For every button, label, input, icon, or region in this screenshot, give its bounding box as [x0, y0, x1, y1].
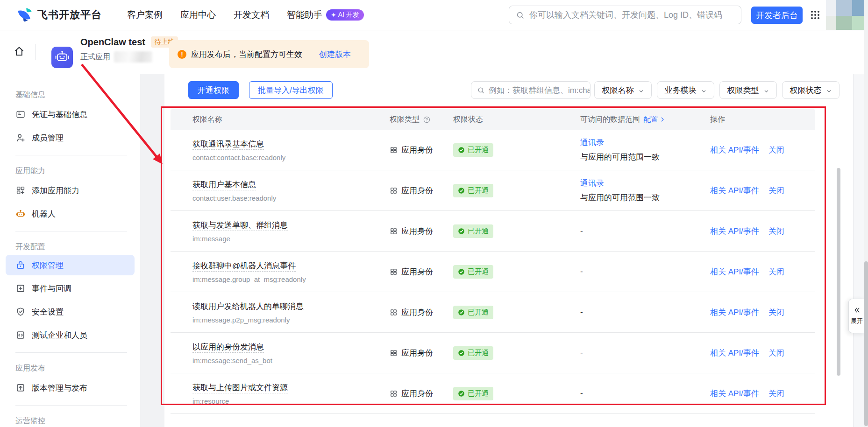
sidebar-group-title: 应用发布: [15, 364, 135, 372]
nav-item-1[interactable]: 客户案例: [127, 9, 163, 21]
permission-name: 接收群聊中@机器人消息事件: [192, 260, 390, 271]
filter-dropdown-1[interactable]: 权限名称: [594, 81, 652, 99]
sidebar-item-member-add[interactable]: 成员管理: [15, 126, 135, 149]
sidebar-item-robot[interactable]: 机器人: [15, 202, 135, 225]
table-scrollbar-thumb[interactable]: [837, 168, 840, 376]
filter-dropdown-3[interactable]: 权限类型: [719, 81, 777, 99]
sidebar-item-lock[interactable]: 权限管理: [6, 255, 135, 275]
sidebar-item-label: 添加应用能力: [32, 185, 79, 196]
permission-search-input[interactable]: 例如：获取群组信息、im:cha...: [471, 81, 591, 99]
permission-name-cell: 接收群聊中@机器人消息事件im:message.group_at_msg:rea…: [192, 260, 390, 283]
sidebar-item-grid-add[interactable]: 添加应用能力: [15, 179, 135, 202]
create-version-link[interactable]: 创建版本: [319, 49, 351, 60]
filter-dropdown-4[interactable]: 权限状态: [782, 81, 840, 99]
data-scope-cell: 通讯录与应用的可用范围一致: [580, 137, 710, 162]
related-api-link[interactable]: 相关 API/事件: [710, 348, 759, 358]
close-permission-link[interactable]: 关闭: [768, 185, 784, 196]
page-scrollbar[interactable]: [864, 0, 868, 427]
shield-check-icon: [15, 307, 26, 317]
permission-name: 以应用的身份发消息: [192, 342, 390, 352]
sidebar-item-label: 测试企业和人员: [32, 330, 87, 341]
logo-text: 飞书开放平台: [37, 8, 102, 22]
actions-cell: 相关 API/事件关闭: [710, 388, 815, 399]
feishu-logo-icon: [17, 7, 33, 23]
table-row: 读取用户发给机器人的单聊消息im:message.p2p_msg:readonl…: [171, 292, 815, 333]
nav-item-4[interactable]: 智能助手✦AI 开发: [287, 9, 364, 21]
related-api-link[interactable]: 相关 API/事件: [710, 145, 759, 155]
check-circle-icon: [458, 350, 465, 357]
app-identity-icon: [390, 308, 398, 316]
actions-cell: 相关 API/事件关闭: [710, 266, 815, 277]
permission-code: contact:contact.base:readonly: [192, 154, 390, 161]
global-search-input[interactable]: 你可以输入文档关键词、开发问题、Log ID、错误码: [509, 6, 741, 24]
double-chevron-left-icon: [854, 307, 861, 314]
expand-panel-button[interactable]: 展开: [848, 299, 865, 333]
close-permission-link[interactable]: 关闭: [768, 226, 784, 237]
filter-dropdown-2[interactable]: 业务模块: [657, 81, 714, 99]
related-api-link[interactable]: 相关 API/事件: [710, 307, 759, 318]
related-api-link[interactable]: 相关 API/事件: [710, 185, 759, 196]
app-identity-icon: [390, 187, 398, 195]
expand-label: 展开: [851, 317, 863, 325]
divider: [15, 231, 127, 231]
sidebar-item-publish[interactable]: 版本管理与发布: [15, 376, 135, 399]
related-api-link[interactable]: 相关 API/事件: [710, 226, 759, 237]
permission-status-cell: 已开通: [453, 387, 580, 400]
home-icon[interactable]: [13, 45, 25, 57]
filter-label: 权限类型: [727, 85, 759, 96]
sidebar-item-shield-check[interactable]: 安全设置: [15, 300, 135, 323]
nav-item-3[interactable]: 开发文档: [234, 9, 269, 21]
avatar-pixel: [826, 16, 836, 30]
permission-name-cell: 获取与发送单聊、群组消息im:message: [192, 220, 390, 243]
close-permission-link[interactable]: 关闭: [768, 307, 784, 318]
nav-item-2[interactable]: 应用中心: [180, 9, 216, 21]
warning-icon: !: [178, 50, 186, 59]
feishu-logo[interactable]: 飞书开放平台: [17, 7, 102, 23]
app-launcher-icon[interactable]: [810, 9, 821, 21]
top-navbar: 飞书开放平台 客户案例应用中心开发文档智能助手✦AI 开发 你可以输入文档关键词…: [0, 0, 868, 30]
sidebar-item-code-square[interactable]: 测试企业和人员: [15, 323, 135, 347]
event-icon: [15, 283, 26, 294]
close-permission-link[interactable]: 关闭: [768, 388, 784, 399]
app-header: OpenClaw test 待上线 正式应用 ! 应用发布后，当前配置方可生效 …: [0, 30, 868, 74]
scope-link[interactable]: 通讯录: [580, 179, 604, 188]
permission-search-placeholder: 例如：获取群组信息、im:cha...: [489, 85, 591, 96]
sidebar-group-title: 开发配置: [15, 243, 135, 251]
open-permission-button[interactable]: 开通权限: [188, 81, 239, 99]
avatar[interactable]: [826, 0, 868, 30]
data-scope-cell: -: [580, 267, 710, 276]
permission-type: 应用身份: [401, 226, 433, 237]
sparkle-icon: ✦: [331, 11, 336, 19]
sidebar-item-label: 权限管理: [32, 260, 64, 271]
sidebar-item-id-card[interactable]: 凭证与基础信息: [15, 103, 135, 126]
related-api-link[interactable]: 相关 API/事件: [710, 388, 759, 399]
scope-config-link[interactable]: 配置: [643, 115, 666, 125]
help-icon[interactable]: [423, 116, 431, 124]
nav-item-label: 开发文档: [234, 9, 269, 21]
close-permission-link[interactable]: 关闭: [768, 348, 784, 358]
developer-console-button[interactable]: 开发者后台: [751, 7, 803, 24]
sidebar-item-label: 事件与回调: [32, 283, 71, 294]
table-row: 接收群聊中@机器人消息事件im:message.group_at_msg:rea…: [171, 252, 815, 292]
related-api-link[interactable]: 相关 API/事件: [710, 266, 759, 277]
close-permission-link[interactable]: 关闭: [768, 145, 784, 155]
check-circle-icon: [458, 228, 465, 235]
data-scope-cell: -: [580, 348, 710, 357]
status-enabled-badge: 已开通: [453, 143, 493, 157]
main-content: 开通权限 批量导入/导出权限 例如：获取群组信息、im:cha... 权限名称业…: [164, 74, 868, 427]
sidebar-item-label: 凭证与基础信息: [32, 109, 87, 120]
scope-empty: -: [580, 308, 583, 316]
publish-icon: [15, 383, 26, 393]
actions-cell: 相关 API/事件关闭: [710, 348, 815, 358]
page-scrollbar-thumb[interactable]: [864, 261, 868, 426]
sidebar-group-title: 应用能力: [15, 167, 135, 175]
check-circle-icon: [458, 187, 465, 194]
scope-link[interactable]: 通讯录: [580, 138, 604, 147]
permission-status-cell: 已开通: [453, 184, 580, 197]
data-scope-cell: -: [580, 226, 710, 236]
sidebar: 基础信息凭证与基础信息成员管理应用能力添加应用能力机器人开发配置权限管理事件与回…: [0, 74, 140, 427]
permission-name: 获取用户基本信息: [192, 179, 390, 190]
sidebar-item-event[interactable]: 事件与回调: [15, 277, 135, 300]
close-permission-link[interactable]: 关闭: [768, 266, 784, 277]
batch-import-export-button[interactable]: 批量导入/导出权限: [249, 81, 333, 99]
